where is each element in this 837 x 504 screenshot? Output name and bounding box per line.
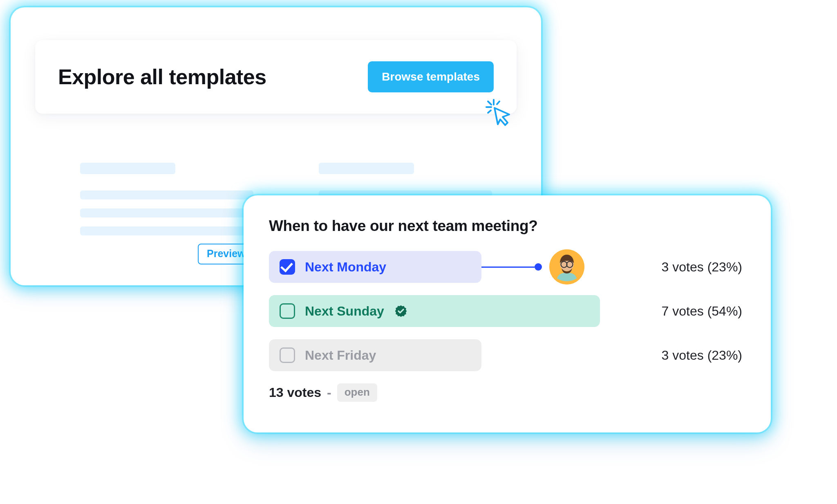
checkbox-unchecked-icon[interactable]	[280, 347, 295, 363]
checkbox-unchecked-icon[interactable]	[280, 303, 295, 319]
poll-status-chip: open	[337, 383, 377, 402]
voter-avatar	[549, 249, 584, 284]
vote-connector-dot	[535, 263, 542, 271]
vote-connector	[481, 267, 535, 268]
poll-option[interactable]: Next Friday	[269, 339, 481, 371]
templates-header: Explore all templates Browse templates	[35, 40, 517, 114]
poll-option[interactable]: Next Monday	[269, 251, 481, 283]
checkbox-checked-icon[interactable]	[280, 259, 295, 275]
poll-option-votes: 7 votes (54%)	[662, 304, 742, 319]
poll-option-row: Next Sunday 7 votes (54%)	[269, 295, 742, 327]
separator: -	[327, 385, 331, 400]
poll-card: When to have our next team meeting? Next…	[244, 195, 771, 432]
poll-footer: 13 votes - open	[269, 383, 742, 402]
winner-badge-icon	[395, 305, 407, 317]
poll-question: When to have our next team meeting?	[269, 217, 742, 235]
browse-templates-button[interactable]: Browse templates	[368, 61, 494, 92]
templates-title: Explore all templates	[58, 65, 266, 89]
poll-option-votes: 3 votes (23%)	[662, 260, 742, 275]
poll-option[interactable]: Next Sunday	[269, 295, 600, 327]
template-skeleton-card	[80, 163, 253, 244]
poll-option-row: Next Monday 3 votes (23%)	[269, 251, 742, 283]
poll-total-votes: 13 votes	[269, 385, 321, 400]
poll-option-votes: 3 votes (23%)	[662, 348, 742, 363]
poll-option-label: Next Friday	[305, 348, 376, 363]
poll-option-label: Next Sunday	[305, 304, 384, 319]
poll-option-label: Next Monday	[305, 260, 386, 275]
poll-option-row: Next Friday 3 votes (23%)	[269, 339, 742, 371]
